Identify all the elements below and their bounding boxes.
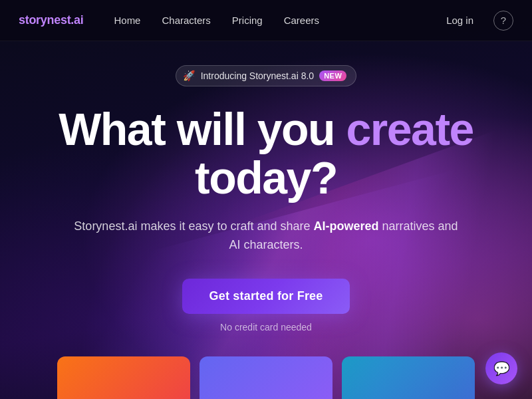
navbar: storynest.ai Home Characters Pricing Car… <box>0 0 532 41</box>
nav-links: Home Characters Pricing Careers <box>104 11 329 30</box>
nav-pricing[interactable]: Pricing <box>223 11 272 30</box>
announcement-badge[interactable]: 🚀 Introducing Storynest.ai 8.0 NEW <box>176 65 357 86</box>
preview-card-3 <box>342 356 475 399</box>
nav-careers[interactable]: Careers <box>275 11 329 30</box>
hero-subtitle-bold: AI-powered <box>314 219 379 233</box>
hero-subtitle-part1: Storynest.ai makes it easy to craft and … <box>74 219 313 233</box>
hero-subtitle: Storynest.ai makes it easy to craft and … <box>73 217 459 255</box>
hero-title-part2: today? <box>195 152 337 203</box>
help-button[interactable]: ? <box>493 11 513 31</box>
announcement-text: Introducing Storynest.ai 8.0 <box>201 70 314 81</box>
hero-title: What will you create today? <box>59 105 473 203</box>
cta-button[interactable]: Get started for Free <box>182 279 349 314</box>
nav-characters[interactable]: Characters <box>152 11 219 30</box>
new-badge: NEW <box>319 70 346 81</box>
chat-button[interactable]: 💬 <box>485 352 517 384</box>
hero-title-part1: What will you <box>59 104 346 154</box>
main-content: 🚀 Introducing Storynest.ai 8.0 NEW What … <box>0 41 532 359</box>
announcement-icon: 🚀 <box>183 70 196 82</box>
nav-left: storynest.ai Home Characters Pricing Car… <box>19 11 329 30</box>
nav-right: Log in ? <box>437 11 513 31</box>
hero-title-accent: create <box>346 104 473 154</box>
logo[interactable]: storynest.ai <box>19 13 83 27</box>
login-button[interactable]: Log in <box>437 11 483 30</box>
no-credit-text: No credit card needed <box>220 322 312 332</box>
nav-home[interactable]: Home <box>104 11 150 30</box>
preview-card-1 <box>57 356 190 399</box>
chat-icon: 💬 <box>493 360 510 376</box>
cards-preview <box>57 356 475 399</box>
preview-card-2 <box>200 356 332 399</box>
logo-text: storynest.ai <box>19 13 83 27</box>
